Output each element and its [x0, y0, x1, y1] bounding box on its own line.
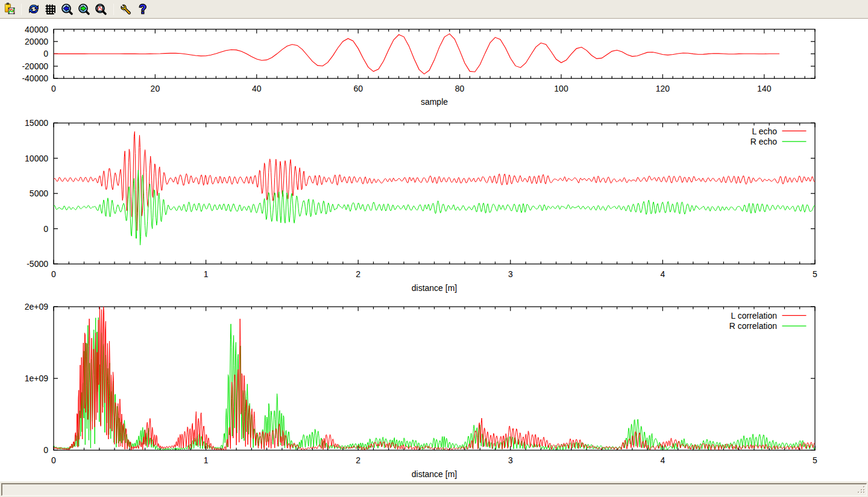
svg-text:0: 0 — [51, 269, 56, 279]
svg-text:20: 20 — [151, 84, 160, 93]
svg-text:3: 3 — [508, 455, 513, 465]
svg-text:distance [m]: distance [m] — [412, 469, 457, 479]
svg-text:40: 40 — [252, 84, 262, 93]
svg-text:15000: 15000 — [25, 118, 48, 128]
svg-text:4: 4 — [661, 455, 665, 465]
svg-text:2e+09: 2e+09 — [25, 302, 49, 311]
svg-text:2: 2 — [356, 455, 360, 465]
svg-text:0: 0 — [51, 455, 56, 465]
svg-text:40000: 40000 — [25, 25, 48, 34]
svg-text:80: 80 — [455, 84, 465, 93]
svg-text:0: 0 — [43, 49, 48, 58]
svg-text:5: 5 — [813, 269, 817, 279]
svg-text:distance [m]: distance [m] — [412, 283, 457, 293]
svg-text:R echo: R echo — [750, 137, 778, 146]
svg-text:100: 100 — [554, 84, 568, 93]
svg-text:3: 3 — [508, 269, 513, 279]
svg-text:60: 60 — [353, 84, 363, 93]
svg-text:5: 5 — [813, 455, 817, 465]
svg-text:L echo: L echo — [752, 127, 777, 136]
svg-text:0: 0 — [43, 445, 48, 455]
svg-text:R correlation: R correlation — [729, 321, 777, 331]
svg-text:0: 0 — [51, 84, 56, 93]
svg-text:1: 1 — [204, 269, 209, 279]
svg-text:-5000: -5000 — [27, 259, 48, 269]
svg-text:-20000: -20000 — [22, 61, 48, 71]
svg-text:1: 1 — [204, 455, 209, 465]
svg-text:140: 140 — [757, 84, 772, 93]
svg-text:-40000: -40000 — [22, 73, 48, 83]
svg-text:sample: sample — [421, 97, 448, 107]
svg-text:0: 0 — [43, 224, 48, 234]
svg-text:2: 2 — [356, 269, 360, 279]
svg-text:1e+09: 1e+09 — [25, 374, 49, 383]
svg-text:120: 120 — [656, 84, 670, 93]
svg-text:L correlation: L correlation — [731, 311, 777, 320]
svg-text:4: 4 — [661, 269, 665, 279]
svg-text:10000: 10000 — [25, 154, 48, 163]
svg-text:20000: 20000 — [25, 37, 48, 46]
svg-text:5000: 5000 — [30, 189, 48, 198]
